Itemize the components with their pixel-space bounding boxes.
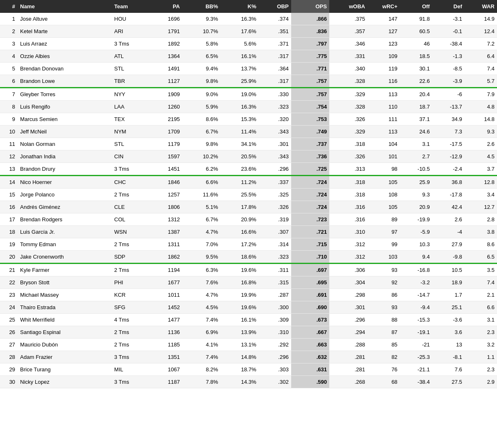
- table-row: 26Santiago Espinal2 Tms11366.9%13.9%.310…: [0, 326, 497, 339]
- header-row: # Name Team PA BB% K% OBP OPS wOBA wRC+ …: [0, 0, 497, 13]
- table-row: 22Bryson StottPHI16777.6%16.8%.315.695.3…: [0, 276, 497, 289]
- table-row: 6Brandon LoweTBR11279.8%25.9%.317.757.32…: [0, 75, 497, 88]
- table-row: 27Mauricio Dubón2 Tms11854.1%13.1%.292.6…: [0, 339, 497, 351]
- table-row: 16Andrés GiménezCLE18065.1%17.8%.326.724…: [0, 201, 497, 213]
- table-row: 8Luis RengifoLAA12605.9%16.3%.323.754.32…: [0, 101, 497, 113]
- table-row: 21Kyle Farmer2 Tms11946.3%19.6%.311.697.…: [0, 264, 497, 276]
- col-ops: OPS: [291, 0, 329, 13]
- col-team: Team: [112, 0, 147, 13]
- col-wrc: wRC+: [368, 0, 400, 13]
- stats-table: # Name Team PA BB% K% OBP OPS wOBA wRC+ …: [0, 0, 497, 388]
- table-row: 18Luis García Jr.WSN13874.7%16.6%.307.72…: [0, 226, 497, 238]
- table-row: 9Marcus SemienTEX21958.6%15.3%.320.753.3…: [0, 113, 497, 126]
- table-row: 13Brandon Drury3 Tms14516.2%23.6%.296.72…: [0, 163, 497, 176]
- table-row: 23Michael MasseyKCR10114.7%19.9%.287.691…: [0, 289, 497, 301]
- col-rank: #: [0, 0, 18, 13]
- table-row: 2Ketel MarteARI179110.7%17.6%.351.836.35…: [0, 25, 497, 38]
- col-war: WAR: [465, 0, 497, 13]
- table-row: 3Luis Arraez3 Tms18925.8%5.6%.371.797.34…: [0, 38, 497, 50]
- col-def: Def: [432, 0, 465, 13]
- table-row: 4Ozzie AlbiesATL13646.5%16.1%.317.775.33…: [0, 50, 497, 63]
- table-row: 19Tommy Edman2 Tms13117.0%17.2%.314.715.…: [0, 238, 497, 251]
- col-bb: BB%: [182, 0, 220, 13]
- table-row: 24Thairo EstradaSFG14524.5%19.6%.300.690…: [0, 301, 497, 314]
- table-row: 12Jonathan IndiaCIN159710.2%20.5%.343.73…: [0, 150, 497, 163]
- table-row: 11Nolan GormanSTL11799.8%34.1%.301.737.3…: [0, 138, 497, 150]
- table-row: 25Whit Merrifield4 Tms14777.4%16.1%.309.…: [0, 314, 497, 326]
- col-obp: OBP: [259, 0, 291, 13]
- col-k: K%: [221, 0, 259, 13]
- col-pa: PA: [147, 0, 182, 13]
- table-row: 29Brice TurangMIL10678.2%18.7%.303.631.2…: [0, 363, 497, 376]
- col-off: Off: [400, 0, 432, 13]
- table-row: 30Nicky Lopez3 Tms11877.8%14.3%.302.590.…: [0, 376, 497, 388]
- table-row: 5Brendan DonovanSTL14919.4%13.7%.364.771…: [0, 63, 497, 75]
- col-woba: wOBA: [329, 0, 367, 13]
- table-row: 14Nico HoernerCHC18466.6%11.2%.337.724.3…: [0, 176, 497, 189]
- table-row: 17Brendan RodgersCOL13126.7%20.9%.319.72…: [0, 213, 497, 226]
- table-row: 1Jose AltuveHOU16969.3%16.3%.374.866.375…: [0, 13, 497, 25]
- col-name: Name: [18, 0, 112, 13]
- table-row: 10Jeff McNeilNYM17096.7%11.4%.343.749.32…: [0, 126, 497, 138]
- table-row: 7Gleyber TorresNYY19099.0%19.0%.330.757.…: [0, 88, 497, 101]
- table-row: 20Jake CronenworthSDP18629.5%18.6%.323.7…: [0, 251, 497, 264]
- table-row: 28Adam Frazier3 Tms13517.4%14.8%.296.632…: [0, 351, 497, 363]
- table-row: 15Jorge Polanco2 Tms125711.6%25.5%.325.7…: [0, 189, 497, 201]
